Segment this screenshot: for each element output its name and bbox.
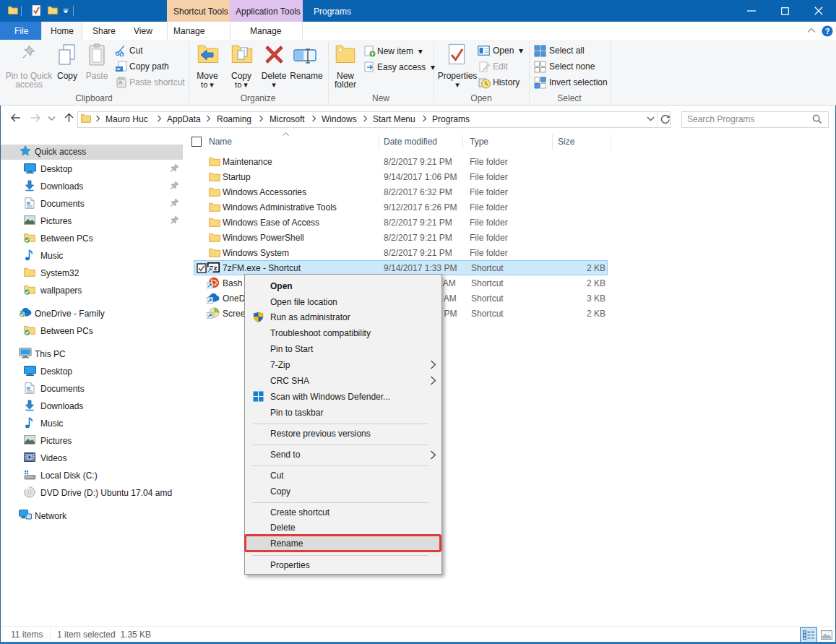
svg-text:?: ?: [825, 27, 830, 35]
